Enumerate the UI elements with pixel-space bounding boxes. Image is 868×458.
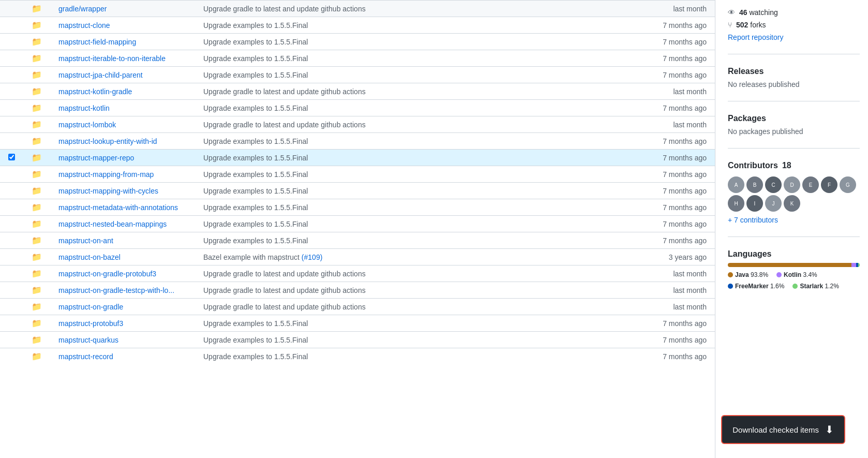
avatar[interactable]: C <box>765 176 782 193</box>
table-row: 📁mapstruct-protobuf3Upgrade examples to … <box>0 315 715 332</box>
file-name-link[interactable]: mapstruct-mapping-with-cycles <box>58 187 158 195</box>
file-name-link[interactable]: mapstruct-protobuf3 <box>58 319 123 328</box>
file-name-link[interactable]: mapstruct-quarkus <box>58 336 118 344</box>
commit-time: 7 months ago <box>648 133 715 150</box>
table-row: 📁mapstruct-kotlinUpgrade examples to 1.5… <box>0 100 715 116</box>
file-checkbox[interactable] <box>8 154 15 160</box>
commit-message: Upgrade examples to 1.5.5.Final <box>195 232 648 249</box>
avatar[interactable]: F <box>821 176 837 193</box>
language-list: Java 93.8%Kotlin 3.4%FreeMarker 1.6%Star… <box>728 271 860 290</box>
commit-time: 7 months ago <box>648 166 715 183</box>
language-item: Starlark 1.2% <box>792 283 839 290</box>
avatar[interactable]: A <box>728 176 744 193</box>
file-name-link[interactable]: mapstruct-nested-bean-mappings <box>58 220 167 228</box>
packages-title: Packages <box>728 114 860 123</box>
commit-time: last month <box>648 265 715 282</box>
file-name-link[interactable]: mapstruct-on-gradle <box>58 303 123 311</box>
avatar[interactable]: E <box>802 176 819 193</box>
file-name-link[interactable]: mapstruct-jpa-child-parent <box>58 71 143 79</box>
forks-stat: ⑂ 502 forks <box>728 21 860 29</box>
folder-icon: 📁 <box>32 236 42 245</box>
commit-message: Upgrade examples to 1.5.5.Final <box>195 17 648 34</box>
file-name-link[interactable]: mapstruct-metadata-with-annotations <box>58 203 178 212</box>
commit-time: 7 months ago <box>648 34 715 50</box>
table-row: 📁mapstruct-on-bazelBazel example with ma… <box>0 249 715 265</box>
download-button-container: Download checked items ⬇ <box>721 415 845 444</box>
commit-message: Upgrade examples to 1.5.5.Final <box>195 332 648 348</box>
folder-icon: 📁 <box>32 203 42 212</box>
file-name-link[interactable]: mapstruct-on-ant <box>58 237 113 245</box>
file-name-link[interactable]: mapstruct-iterable-to-non-iterable <box>58 54 166 63</box>
language-item: Kotlin 3.4% <box>776 271 817 278</box>
commit-time: 7 months ago <box>648 100 715 116</box>
file-name-link[interactable]: mapstruct-lookup-entity-with-id <box>58 137 157 145</box>
table-row: 📁mapstruct-kotlin-gradleUpgrade gradle t… <box>0 83 715 100</box>
language-item: Java 93.8% <box>728 271 768 278</box>
table-row: 📁mapstruct-on-gradle-testcp-with-lo...Up… <box>0 282 715 299</box>
languages-title: Languages <box>728 249 860 259</box>
file-name-link[interactable]: mapstruct-kotlin-gradle <box>58 87 132 96</box>
folder-icon: 📁 <box>32 170 42 179</box>
more-contributors-link[interactable]: + 7 contributors <box>728 216 778 224</box>
commit-time: last month <box>648 83 715 100</box>
download-checked-items-button[interactable]: Download checked items ⬇ <box>721 415 845 444</box>
commit-message: Upgrade gradle to latest and update gith… <box>195 282 648 299</box>
language-bar-segment <box>851 263 856 267</box>
avatar[interactable]: B <box>746 176 763 193</box>
avatar[interactable]: K <box>784 195 800 212</box>
commit-link[interactable]: (#109) <box>302 253 322 261</box>
file-name-link[interactable]: mapstruct-lombok <box>58 121 116 129</box>
language-dot <box>776 272 782 277</box>
folder-icon: 📁 <box>32 21 42 29</box>
commit-message: Upgrade gradle to latest and update gith… <box>195 116 648 133</box>
language-dot <box>728 272 733 277</box>
commit-message: Upgrade gradle to latest and update gith… <box>195 265 648 282</box>
packages-section: Packages No packages published <box>728 114 860 149</box>
commit-message: Upgrade examples to 1.5.5.Final <box>195 216 648 232</box>
file-name-link[interactable]: mapstruct-mapper-repo <box>58 154 134 162</box>
eye-icon: 👁 <box>728 8 735 17</box>
folder-icon: 📁 <box>32 104 42 112</box>
file-name-link[interactable]: mapstruct-record <box>58 352 113 361</box>
table-row: 📁mapstruct-on-gradleUpgrade gradle to la… <box>0 299 715 315</box>
folder-icon: 📁 <box>32 219 42 228</box>
folder-icon: 📁 <box>32 4 42 13</box>
commit-time: 7 months ago <box>648 183 715 199</box>
avatar[interactable]: D <box>784 176 800 193</box>
folder-icon: 📁 <box>32 70 42 79</box>
file-name-link[interactable]: mapstruct-kotlin <box>58 104 110 112</box>
file-name-link[interactable]: mapstruct-on-gradle-protobuf3 <box>58 270 156 278</box>
file-name-link[interactable]: mapstruct-on-bazel <box>58 253 121 261</box>
fork-icon: ⑂ <box>728 21 732 29</box>
file-name-link[interactable]: mapstruct-field-mapping <box>58 38 136 46</box>
commit-time: 7 months ago <box>648 348 715 365</box>
table-row: 📁mapstruct-lombokUpgrade gradle to lates… <box>0 116 715 133</box>
file-name-link[interactable]: gradle/wrapper <box>58 5 107 13</box>
forks-count: 502 forks <box>736 21 766 29</box>
report-repository[interactable]: Report repository <box>728 33 860 41</box>
language-label: FreeMarker 1.6% <box>735 283 784 290</box>
file-name-link[interactable]: mapstruct-mapping-from-map <box>58 170 154 179</box>
commit-time: last month <box>648 116 715 133</box>
download-icon: ⬇ <box>825 423 834 436</box>
commit-time: 7 months ago <box>648 216 715 232</box>
language-label: Java 93.8% <box>735 271 768 278</box>
table-row: 📁mapstruct-quarkusUpgrade examples to 1.… <box>0 332 715 348</box>
file-name-link[interactable]: mapstruct-on-gradle-testcp-with-lo... <box>58 286 174 294</box>
commit-time: 7 months ago <box>648 315 715 332</box>
table-row: 📁mapstruct-nested-bean-mappingsUpgrade e… <box>0 216 715 232</box>
avatar[interactable]: H <box>728 195 744 212</box>
packages-empty: No packages published <box>728 127 860 136</box>
file-name-link[interactable]: mapstruct-clone <box>58 21 110 29</box>
avatar[interactable]: I <box>746 195 763 212</box>
table-row: 📁mapstruct-jpa-child-parentUpgrade examp… <box>0 67 715 83</box>
commit-message: Upgrade examples to 1.5.5.Final <box>195 50 648 67</box>
avatar[interactable]: G <box>840 176 856 193</box>
folder-icon: 📁 <box>32 137 42 145</box>
language-dot <box>728 284 733 289</box>
commit-message: Upgrade examples to 1.5.5.Final <box>195 348 648 365</box>
commit-message: Upgrade examples to 1.5.5.Final <box>195 150 648 166</box>
table-row: 📁mapstruct-mapping-with-cyclesUpgrade ex… <box>0 183 715 199</box>
folder-icon: 📁 <box>32 253 42 261</box>
avatar[interactable]: J <box>765 195 782 212</box>
